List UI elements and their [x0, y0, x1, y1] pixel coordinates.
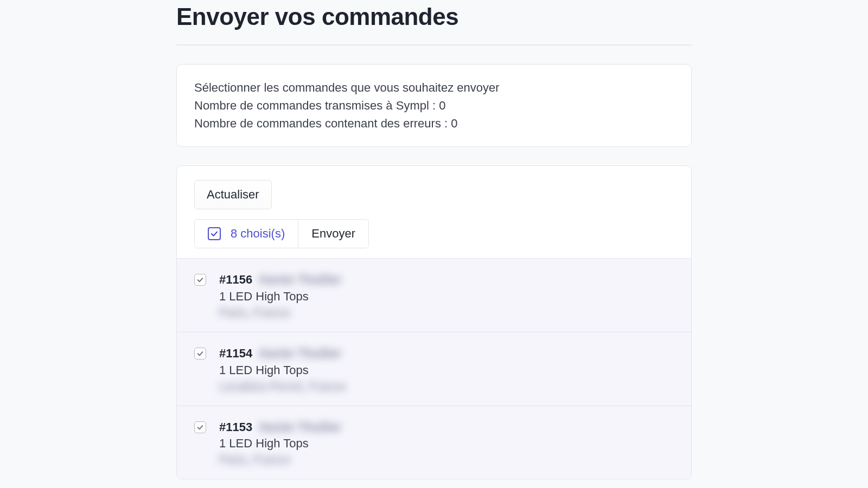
- page-header: Envoyer vos commandes: [176, 0, 692, 46]
- order-customer: Xavier Thuilier: [259, 272, 341, 288]
- order-checkbox[interactable]: [194, 421, 206, 433]
- check-icon: [196, 350, 204, 357]
- order-body: #1156 Xavier Thuilier 1 LED High Tops Pa…: [219, 272, 341, 320]
- order-id: #1153: [219, 419, 252, 436]
- check-icon: [196, 276, 204, 284]
- order-summary: 1 LED High Tops: [219, 436, 341, 451]
- orders-list: #1156 Xavier Thuilier 1 LED High Tops Pa…: [177, 258, 691, 479]
- refresh-button[interactable]: Actualiser: [194, 180, 272, 209]
- order-location: Paris, France: [219, 453, 341, 467]
- order-checkbox[interactable]: [194, 274, 206, 286]
- check-icon: [210, 229, 219, 238]
- order-checkbox[interactable]: [194, 348, 206, 359]
- check-icon: [196, 423, 204, 431]
- order-id: #1154: [219, 345, 252, 362]
- selected-count-label: 8 choisi(s): [231, 227, 285, 241]
- info-line-select: Sélectionner les commandes que vous souh…: [194, 79, 674, 97]
- orders-panel: Actualiser 8 choisi(s) Envoyer: [176, 165, 692, 479]
- info-panel: Sélectionner les commandes que vous souh…: [176, 64, 692, 147]
- order-customer: Xavier Thuilier: [259, 345, 341, 362]
- order-title: #1153 Xavier Thuilier: [219, 419, 341, 436]
- selection-bar: 8 choisi(s) Envoyer: [194, 219, 369, 248]
- order-summary: 1 LED High Tops: [219, 363, 346, 377]
- order-id: #1156: [219, 272, 252, 288]
- order-title: #1156 Xavier Thuilier: [219, 272, 341, 288]
- order-location: Levallois-Perret, France: [219, 380, 346, 394]
- order-customer: Xavier Thuilier: [259, 419, 341, 436]
- order-body: #1154 Xavier Thuilier 1 LED High Tops Le…: [219, 345, 346, 394]
- send-button[interactable]: Envoyer: [298, 220, 368, 248]
- order-row[interactable]: #1156 Xavier Thuilier 1 LED High Tops Pa…: [177, 258, 691, 332]
- select-all-checkbox[interactable]: [208, 227, 221, 240]
- info-line-transmitted: Nombre de commandes transmises à Sympl :…: [194, 97, 674, 114]
- orders-toolbar: Actualiser 8 choisi(s) Envoyer: [177, 166, 691, 258]
- order-body: #1153 Xavier Thuilier 1 LED High Tops Pa…: [219, 419, 341, 467]
- order-summary: 1 LED High Tops: [219, 290, 341, 304]
- order-row[interactable]: #1154 Xavier Thuilier 1 LED High Tops Le…: [177, 332, 691, 406]
- selection-summary: 8 choisi(s): [195, 220, 298, 248]
- page-title: Envoyer vos commandes: [176, 3, 692, 30]
- info-line-errors: Nombre de commandes contenant des erreur…: [194, 114, 674, 132]
- order-location: Paris, France: [219, 306, 341, 320]
- order-row[interactable]: #1153 Xavier Thuilier 1 LED High Tops Pa…: [177, 406, 691, 479]
- order-title: #1154 Xavier Thuilier: [219, 345, 346, 362]
